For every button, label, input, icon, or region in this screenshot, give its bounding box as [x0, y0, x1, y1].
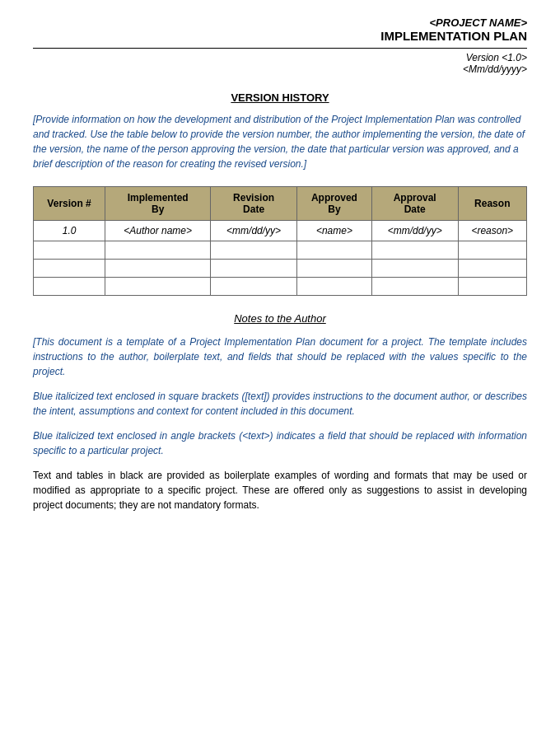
version-number: Version <1.0>: [466, 52, 527, 63]
table-cell: [34, 260, 105, 278]
table-cell: [297, 241, 372, 260]
table-cell: [211, 278, 297, 296]
header-divider: [33, 48, 527, 49]
table-cell: <mm/dd/yy>: [211, 221, 297, 241]
section-title: VERSION HISTORY: [33, 91, 527, 104]
col-approval-date: ApprovalDate: [371, 187, 458, 221]
col-implemented: ImplementedBy: [105, 187, 211, 221]
note-paragraph: [This document is a template of a Projec…: [33, 335, 527, 379]
table-cell: [105, 278, 211, 296]
table-cell: <Author name>: [105, 221, 211, 241]
table-cell: [371, 241, 458, 260]
notes-title: Notes to the Author: [33, 312, 527, 325]
table-cell: [458, 241, 526, 260]
intro-text: [Provide information on how the developm…: [33, 112, 527, 171]
table-cell: [211, 241, 297, 260]
version-line: Version <1.0> <Mm/dd/yyyy>: [33, 52, 527, 75]
table-cell: [371, 260, 458, 278]
notes-container: [This document is a template of a Projec…: [33, 335, 527, 512]
note-paragraph: Blue italicized text enclosed in angle b…: [33, 428, 527, 458]
col-reason: Reason: [458, 187, 526, 221]
table-cell: [34, 241, 105, 260]
table-cell: [297, 260, 372, 278]
table-row: [34, 278, 527, 296]
table-row: [34, 241, 527, 260]
note-paragraph: Blue italicized text enclosed in square …: [33, 389, 527, 419]
table-cell: [458, 278, 526, 296]
table-cell: <reason>: [458, 221, 526, 241]
version-table: Version # ImplementedBy RevisionDate App…: [33, 186, 527, 296]
table-cell: [105, 260, 211, 278]
doc-title: IMPLEMENTATION PLAN: [33, 29, 527, 43]
col-approved: ApprovedBy: [297, 187, 372, 221]
note-paragraph: Text and tables in black are provided as…: [33, 468, 527, 512]
version-date: <Mm/dd/yyyy>: [463, 63, 527, 75]
table-cell: [371, 278, 458, 296]
table-cell: [34, 278, 105, 296]
table-cell: [297, 278, 372, 296]
table-cell: [211, 260, 297, 278]
table-header-row: Version # ImplementedBy RevisionDate App…: [34, 187, 527, 221]
table-cell: <mm/dd/yy>: [371, 221, 458, 241]
table-cell: [458, 260, 526, 278]
table-cell: <name>: [297, 221, 372, 241]
project-name: <PROJECT NAME>: [33, 16, 527, 29]
col-revision: RevisionDate: [211, 187, 297, 221]
header: <PROJECT NAME> IMPLEMENTATION PLAN: [33, 16, 527, 43]
table-row: [34, 260, 527, 278]
col-version: Version #: [34, 187, 105, 221]
table-cell: [105, 241, 211, 260]
table-cell: 1.0: [34, 221, 105, 241]
table-row: 1.0<Author name><mm/dd/yy><name><mm/dd/y…: [34, 221, 527, 241]
